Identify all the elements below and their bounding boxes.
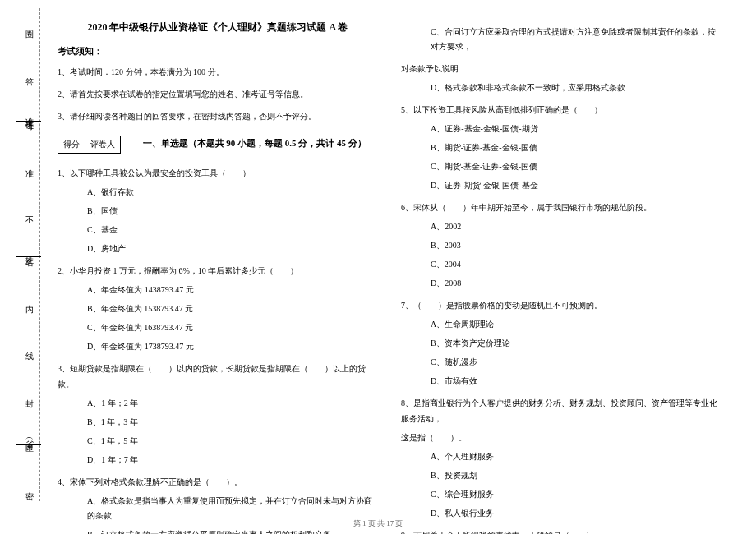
binding-province-group: 省（市区） <box>16 433 41 445</box>
right-column: C、合同订立方应采取合理的方式提请对方注意免除或者限制其责任的条款，按对方要求，… <box>393 21 730 501</box>
exam-title: 2020 年中级银行从业资格证《个人理财》真题练习试题 A 卷 <box>58 21 378 35</box>
score-box: 得分 评卷人 <box>58 136 121 154</box>
q2-opt-a: A、年金终值为 1438793.47 元 <box>87 283 378 297</box>
q5-opt-d: D、证券-期货-金银-国债-基金 <box>431 178 721 193</box>
binding-name-line <box>16 256 41 257</box>
q3-opt-a: A、1 年；2 年 <box>87 396 378 411</box>
q5-stem: 5、以下投资工具按风险从高到低排列正确的是（ ） <box>401 102 721 117</box>
q3-opt-c: C、1 年；5 年 <box>87 434 378 449</box>
q7-opt-d: D、市场有效 <box>431 374 721 389</box>
left-column: 2020 年中级银行从业资格证《个人理财》真题练习试题 A 卷 考试须知： 1、… <box>49 21 386 501</box>
q8-opt-c: C、综合理财服务 <box>431 487 721 502</box>
q6-opt-a: A、2002 <box>431 219 721 234</box>
score-row: 得分 评卷人 一、单选题（本题共 90 小题，每题 0.5 分，共计 45 分） <box>58 131 378 159</box>
part-title: 一、单选题（本题共 90 小题，每题 0.5 分，共计 45 分） <box>143 138 366 148</box>
q1-opt-b: B、国债 <box>87 204 378 219</box>
binding-name-label: 姓名 <box>23 250 35 253</box>
q8-opt-a: A、个人理财服务 <box>431 449 721 464</box>
q7-opt-b: B、资本资产定价理论 <box>431 336 721 351</box>
q2-opt-d: D、年金终值为 1738793.47 元 <box>87 339 378 354</box>
q2-opt-b: B、年金终值为 1538793.47 元 <box>87 302 378 316</box>
binding-strip: 圈 答 准考证号 准 不 姓名 内 线 封 省（市区） 密 <box>12 0 45 509</box>
binding-province-label: 省（市区） <box>23 433 35 441</box>
binding-answer-group: 答 <box>23 64 35 77</box>
binding-name-group: 姓名 <box>16 250 41 257</box>
q4-opt-c-line2: 对条款予以说明 <box>401 61 721 76</box>
q3-opt-d: D、1 年；7 年 <box>87 453 378 467</box>
q7-opt-c: C、随机漫步 <box>431 355 721 370</box>
q6-opt-c: C、2004 <box>431 257 721 272</box>
q7-opt-a: A、生命周期理论 <box>431 317 721 332</box>
binding-examno-group: 准考证号 <box>16 111 41 122</box>
page-footer: 第 1 页 共 17 页 <box>0 518 756 529</box>
score-label: 得分 <box>58 136 85 153</box>
q1-stem: 1、以下哪种工具被公认为最安全的投资工具（ ） <box>58 165 378 181</box>
q6-opt-d: D、2008 <box>431 276 721 291</box>
q3-stem: 3、短期贷款是指期限在（ ）以内的贷款，长期贷款是指期限在（ ）以上的贷款。 <box>58 361 378 392</box>
q8-opt-b: B、投资规划 <box>431 468 721 483</box>
q4-opt-d: D、格式条款和非格式条款不一致时，应采用格式条款 <box>431 81 721 95</box>
binding-province-line <box>16 444 41 445</box>
q5-opt-c: C、期货-基金-证券-金银-国债 <box>431 159 721 174</box>
q7-stem: 7、（ ）是指股票价格的变动是随机且不可预测的。 <box>401 297 721 313</box>
binding-examno-line <box>16 121 41 122</box>
q5-opt-a: A、证券-基金-金银-国债-期货 <box>431 122 721 136</box>
q3-opt-b: B、1 年；3 年 <box>87 415 378 430</box>
instruction-2: 2、请首先按要求在试卷的指定位置填写您的姓名、准考证号等信息。 <box>58 86 378 102</box>
notice-label: 考试须知： <box>58 46 378 58</box>
q6-stem: 6、宋体从（ ）年中期开始至今，属于我国银行市场的规范阶段。 <box>401 200 721 215</box>
q1-opt-d: D、房地产 <box>87 242 378 256</box>
page-container: 2020 年中级银行从业资格证《个人理财》真题练习试题 A 卷 考试须知： 1、… <box>0 0 756 509</box>
q8-stem-line1: 8、是指商业银行为个人客户提供的财务分析、财务规划、投资顾问、资产管理等专业化服… <box>401 395 721 426</box>
q8-stem-line2: 这是指（ ）。 <box>401 430 721 445</box>
instruction-3: 3、请仔细阅读各种题目的回答要求，在密封线内答题，否则不予评分。 <box>58 108 378 124</box>
instruction-1: 1、考试时间：120 分钟，本卷满分为 100 分。 <box>58 64 378 80</box>
q5-opt-b: B、期货-证券-基金-金银-国债 <box>431 140 721 155</box>
q4-stem: 4、宋体下列对格式条款理解不正确的是（ ）。 <box>58 474 378 490</box>
grader-label: 评卷人 <box>85 136 120 153</box>
binding-examno-label: 准考证号 <box>23 111 35 117</box>
q4-opt-c-line1: C、合同订立方应采取合理的方式提请对方注意免除或者限制其责任的条款，按对方要求， <box>431 25 721 54</box>
q2-opt-c: C、年金终值为 1638793.47 元 <box>87 320 378 335</box>
q2-stem: 2、小华月投资 1 万元，报酬率为 6%，10 年后累计多少元（ ） <box>58 263 378 279</box>
q6-opt-b: B、2003 <box>431 238 721 253</box>
q1-opt-a: A、银行存款 <box>87 185 378 200</box>
q1-opt-c: C、基金 <box>87 223 378 237</box>
